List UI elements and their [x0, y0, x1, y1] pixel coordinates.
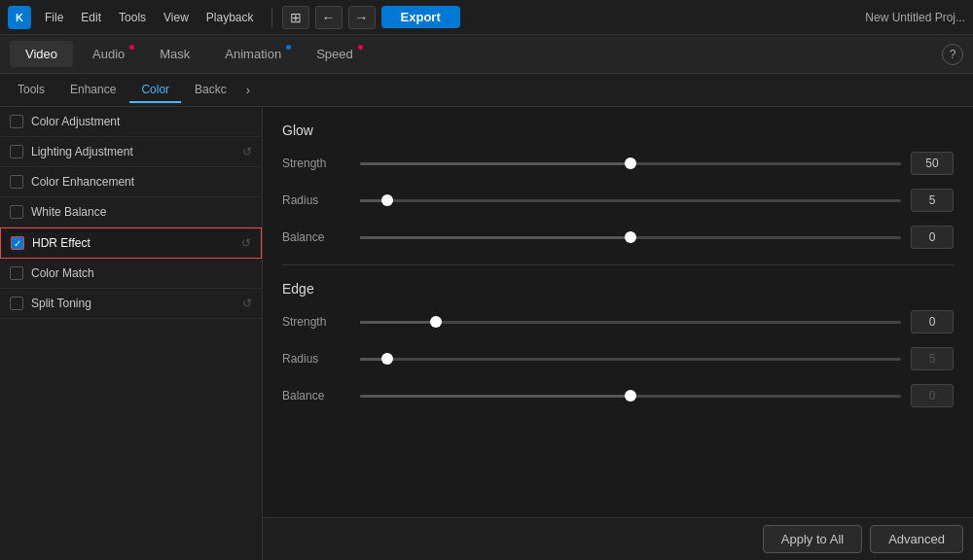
label-color-adjustment: Color Adjustment — [31, 115, 252, 128]
topbar: K File Edit Tools View Playback ⊞ ← → Ex… — [0, 0, 973, 35]
glow-strength-thumb[interactable] — [625, 158, 636, 169]
subtab-tools[interactable]: Tools — [6, 78, 56, 103]
label-color-match: Color Match — [31, 266, 252, 280]
glow-balance-value[interactable]: 0 — [911, 226, 954, 249]
menu-view[interactable]: View — [156, 8, 197, 27]
menu-bar: File Edit Tools View Playback — [37, 8, 262, 27]
edge-strength-thumb[interactable] — [430, 316, 442, 328]
section-divider — [282, 264, 954, 265]
label-lighting-adjustment: Lighting Adjustment — [31, 145, 234, 158]
bottom-bar: Apply to All Advanced — [263, 517, 973, 560]
right-panel: Glow Strength 50 Radius 5 Balance — [263, 107, 973, 560]
subtab-bar: Tools Enhance Color Backc › — [0, 74, 973, 107]
edge-strength-label: Strength — [282, 315, 350, 329]
edge-balance-value[interactable]: 0 — [911, 384, 954, 407]
checkbox-hdr-effect[interactable]: ✓ — [11, 236, 24, 250]
checkbox-split-toning[interactable] — [10, 297, 23, 310]
edge-radius-slider[interactable] — [360, 358, 901, 361]
edge-balance-label: Balance — [282, 389, 350, 402]
reset-icon-hdr[interactable]: ↺ — [241, 236, 251, 250]
label-split-toning: Split Toning — [31, 297, 234, 310]
subtab-enhance[interactable]: Enhance — [58, 78, 127, 103]
label-color-enhancement: Color Enhancement — [31, 175, 252, 189]
glow-section-title: Glow — [282, 122, 954, 138]
tab-mask[interactable]: Mask — [144, 41, 205, 67]
glow-radius-thumb[interactable] — [381, 194, 393, 206]
checkbox-white-balance[interactable] — [10, 205, 23, 219]
glow-strength-fill — [360, 162, 631, 165]
checkbox-lighting-adjustment[interactable] — [10, 145, 23, 158]
panel-item-color-adjustment[interactable]: Color Adjustment — [0, 107, 262, 137]
panel-item-white-balance[interactable]: White Balance — [0, 197, 262, 228]
edge-radius-thumb[interactable] — [381, 353, 393, 365]
glow-balance-thumb[interactable] — [625, 231, 636, 243]
help-button[interactable]: ? — [942, 44, 963, 65]
left-panel: Color Adjustment Lighting Adjustment ↺ C… — [0, 107, 263, 560]
undo-btn[interactable]: ← — [315, 6, 342, 29]
edge-section-title: Edge — [282, 281, 954, 297]
checkbox-color-adjustment[interactable] — [10, 115, 23, 128]
panel-item-lighting-adjustment[interactable]: Lighting Adjustment ↺ — [0, 137, 262, 167]
checkbox-color-match[interactable] — [10, 266, 23, 280]
edge-radius-value[interactable]: 5 — [911, 347, 954, 370]
tab-animation[interactable]: Animation — [209, 41, 297, 67]
glow-strength-label: Strength — [282, 157, 350, 170]
edge-strength-value[interactable]: 0 — [911, 310, 954, 333]
export-button[interactable]: Export — [381, 6, 460, 28]
divider — [271, 8, 272, 27]
edge-balance-thumb[interactable] — [625, 390, 636, 402]
menu-playback[interactable]: Playback — [198, 8, 262, 27]
checkbox-color-enhancement[interactable] — [10, 175, 23, 189]
layout-btn[interactable]: ⊞ — [282, 6, 309, 29]
glow-strength-row: Strength 50 — [282, 152, 954, 175]
glow-balance-slider[interactable] — [360, 236, 901, 239]
panel-item-split-toning[interactable]: Split Toning ↺ — [0, 289, 262, 319]
glow-radius-row: Radius 5 — [282, 189, 954, 212]
glow-balance-label: Balance — [282, 230, 350, 244]
tab-audio[interactable]: Audio — [77, 41, 140, 67]
edge-strength-slider[interactable] — [360, 321, 901, 324]
reset-icon-split-toning[interactable]: ↺ — [242, 297, 252, 310]
label-white-balance: White Balance — [31, 205, 252, 219]
glow-radius-label: Radius — [282, 193, 350, 207]
subtab-backc[interactable]: Backc — [183, 78, 238, 103]
advanced-button[interactable]: Advanced — [870, 525, 963, 553]
menu-file[interactable]: File — [37, 8, 71, 27]
tab-speed[interactable]: Speed — [301, 41, 369, 67]
edge-balance-fill — [360, 395, 631, 398]
app-logo: K — [8, 6, 31, 29]
main-content: Color Adjustment Lighting Adjustment ↺ C… — [0, 107, 973, 560]
menu-tools[interactable]: Tools — [111, 8, 154, 27]
edge-radius-label: Radius — [282, 352, 350, 366]
tab-video[interactable]: Video — [10, 41, 73, 67]
label-hdr-effect: HDR Effect — [32, 236, 234, 250]
glow-radius-value[interactable]: 5 — [911, 189, 954, 212]
glow-balance-fill — [360, 236, 631, 239]
panel-item-color-match[interactable]: Color Match — [0, 259, 262, 289]
menu-edit[interactable]: Edit — [73, 8, 109, 27]
reset-icon-lighting[interactable]: ↺ — [242, 145, 252, 158]
edge-strength-row: Strength 0 — [282, 310, 954, 333]
subtab-color[interactable]: Color — [129, 78, 181, 103]
glow-strength-value[interactable]: 50 — [911, 152, 954, 175]
glow-radius-slider[interactable] — [360, 199, 901, 202]
glow-strength-slider[interactable] — [360, 162, 901, 165]
project-title: New Untitled Proj... — [865, 11, 965, 24]
edge-balance-slider[interactable] — [360, 395, 901, 398]
glow-balance-row: Balance 0 — [282, 226, 954, 249]
edge-balance-row: Balance 0 — [282, 384, 954, 407]
edge-strength-fill — [360, 321, 436, 324]
panel-item-hdr-effect[interactable]: ✓ HDR Effect ↺ — [0, 228, 262, 259]
subtab-more[interactable]: › — [240, 78, 256, 102]
tab-bar: Video Audio Mask Animation Speed ? — [0, 35, 973, 74]
panel-item-color-enhancement[interactable]: Color Enhancement — [0, 167, 262, 197]
apply-to-all-button[interactable]: Apply to All — [763, 525, 862, 553]
redo-btn[interactable]: → — [348, 6, 376, 29]
edge-radius-row: Radius 5 — [282, 347, 954, 370]
